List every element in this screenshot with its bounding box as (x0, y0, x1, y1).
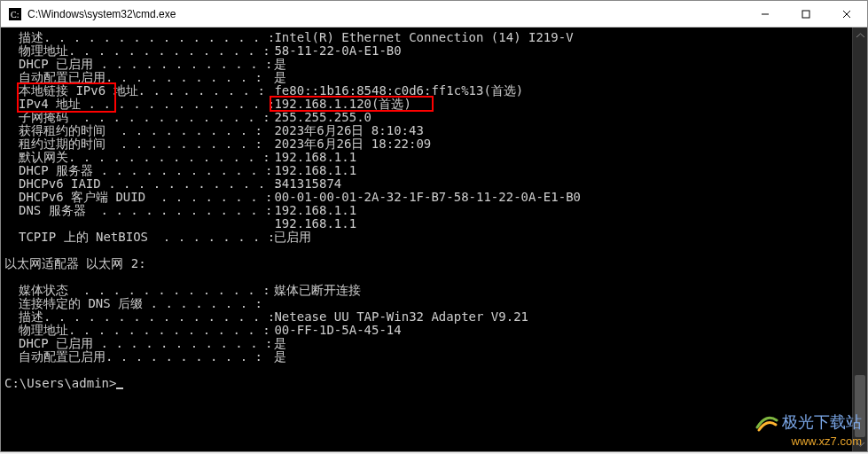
output-key: DHCPv6 客户端 DUID . . . . . . . : (1, 191, 267, 204)
cmd-window: C: C:\Windows\system32\cmd.exe 描述. . . .… (0, 0, 868, 452)
output-line: 自动配置已启用. . . . . . . . . . : 是 (1, 350, 867, 364)
output-line: 租约过期的时间 . . . . . . . . . : 2023年6月26日 1… (1, 137, 867, 151)
svg-rect-3 (802, 11, 809, 18)
output-value: 2023年6月26日 8:10:43 (267, 124, 424, 137)
output-key: 描述. . . . . . . . . . . . . . . : (1, 310, 267, 324)
cmd-icon: C: (8, 7, 22, 21)
output-line: 192.168.1.1 (1, 217, 867, 231)
watermark-url: www.xz7.com (754, 434, 862, 448)
watermark-icon (754, 410, 778, 434)
output-key: DHCPv6 IAID . . . . . . . . . . . : (1, 177, 267, 191)
output-value: 已启用 (267, 231, 311, 244)
output-value: 341315874 (267, 177, 341, 191)
output-line: DHCPv6 客户端 DUID . . . . . . . : 00-01-00… (1, 191, 867, 204)
output-key: IPv4 地址 . . . . . . . . . . . . : (1, 98, 267, 111)
watermark: 极光下载站 www.xz7.com (754, 410, 862, 448)
output-line: 获得租约的时间 . . . . . . . . . : 2023年6月26日 8… (1, 124, 867, 137)
close-button[interactable] (826, 1, 867, 27)
output-value: Netease UU TAP-Win32 Adapter V9.21 (267, 310, 528, 324)
output-line: 媒体状态 . . . . . . . . . . . . : 媒体已断开连接 (1, 284, 867, 297)
output-key: 自动配置已启用. . . . . . . . . . : (1, 71, 267, 84)
output-value: 是 (267, 337, 286, 350)
output-key: 本地链接 IPv6 地址. . . . . . . . : (1, 84, 267, 98)
output-key: 连接特定的 DNS 后缀 . . . . . . . : (1, 297, 267, 310)
scroll-down-icon[interactable] (853, 436, 867, 451)
output-line: DHCP 已启用 . . . . . . . . . . . : 是 (1, 337, 867, 350)
output-value: 是 (267, 71, 286, 84)
scroll-up-icon[interactable] (853, 27, 867, 43)
output-line: DNS 服务器 . . . . . . . . . . . : 192.168.… (1, 204, 867, 217)
blank-line (1, 244, 867, 257)
window-controls (745, 1, 867, 27)
watermark-text: 极光下载站 (782, 416, 862, 429)
titlebar[interactable]: C: C:\Windows\system32\cmd.exe (1, 1, 867, 27)
output-key: 物理地址. . . . . . . . . . . . . : (1, 44, 267, 58)
output-value: 192.168.1.1 (267, 151, 356, 164)
output-value: 192.168.1.1 (267, 164, 356, 177)
output-line: 默认网关. . . . . . . . . . . . . : 192.168.… (1, 151, 867, 164)
prompt-text: C:\Users\admin> (4, 376, 116, 390)
blank-line (1, 364, 867, 377)
output-key: 自动配置已启用. . . . . . . . . . : (1, 350, 267, 364)
output-key: 媒体状态 . . . . . . . . . . . . : (1, 284, 267, 297)
output-key: DNS 服务器 . . . . . . . . . . . : (1, 204, 267, 217)
output-line: 子网掩码 . . . . . . . . . . . . : 255.255.2… (1, 111, 867, 124)
scrollbar[interactable] (852, 27, 867, 451)
output-line: DHCPv6 IAID . . . . . . . . . . . : 3413… (1, 177, 867, 191)
output-key: DHCP 已启用 . . . . . . . . . . . : (1, 58, 267, 71)
output-value: 192.168.1.1 (267, 204, 356, 217)
output-value: 媒体已断开连接 (267, 284, 361, 297)
output-line: 物理地址. . . . . . . . . . . . . : 00-FF-1D… (1, 324, 867, 337)
minimize-button[interactable] (745, 1, 786, 27)
output-value: fe80::1b16:8548:c0d6:ff1c%13(首选) (267, 84, 523, 98)
output-key: TCPIP 上的 NetBIOS . . . . . . . : (1, 231, 267, 244)
svg-text:C:: C: (11, 10, 19, 20)
scroll-thumb[interactable] (855, 375, 865, 437)
output-value: 192.168.1.120(首选) (267, 98, 411, 111)
output-value: 255.255.255.0 (267, 111, 371, 124)
output-key: 描述. . . . . . . . . . . . . . . : (1, 31, 267, 44)
output-line: 物理地址. . . . . . . . . . . . . : 58-11-22… (1, 44, 867, 58)
output-value: 192.168.1.1 (267, 217, 356, 231)
output-line: TCPIP 上的 NetBIOS . . . . . . . : 已启用 (1, 231, 867, 244)
output-line: DHCP 已启用 . . . . . . . . . . . : 是 (1, 58, 867, 71)
output-line: 自动配置已启用. . . . . . . . . . : 是 (1, 71, 867, 84)
output-key: 子网掩码 . . . . . . . . . . . . : (1, 111, 267, 124)
output-line: 描述. . . . . . . . . . . . . . . : Intel(… (1, 31, 867, 44)
prompt-line[interactable]: C:\Users\admin> (1, 377, 867, 390)
output-value: 是 (267, 350, 286, 364)
output-key: DHCP 服务器 . . . . . . . . . . . : (1, 164, 267, 177)
output-line: 描述. . . . . . . . . . . . . . . : Neteas… (1, 310, 867, 324)
output-value: Intel(R) Ethernet Connection (14) I219-V (267, 31, 574, 44)
output-key: DHCP 已启用 . . . . . . . . . . . : (1, 337, 267, 350)
output-line: 本地链接 IPv6 地址. . . . . . . . : fe80::1b16… (1, 84, 867, 98)
output-value (267, 297, 274, 310)
blank-line (1, 270, 867, 284)
output-line: IPv4 地址 . . . . . . . . . . . . : 192.16… (1, 98, 867, 111)
output-key: 物理地址. . . . . . . . . . . . . : (1, 324, 267, 337)
output-key: 租约过期的时间 . . . . . . . . . : (1, 137, 267, 151)
output-line: 连接特定的 DNS 后缀 . . . . . . . : (1, 297, 867, 310)
output-value: 58-11-22-0A-E1-B0 (267, 44, 402, 58)
output-value: 00-FF-1D-5A-45-14 (267, 324, 402, 337)
window-title: C:\Windows\system32\cmd.exe (27, 8, 745, 20)
cursor (116, 387, 123, 389)
output-key: 默认网关. . . . . . . . . . . . . : (1, 151, 267, 164)
adapter-header: 以太网适配器 以太网 2: (1, 257, 867, 270)
output-value: 2023年6月26日 18:22:09 (267, 137, 431, 151)
terminal-output[interactable]: 描述. . . . . . . . . . . . . . . : Intel(… (1, 27, 867, 451)
output-key: 获得租约的时间 . . . . . . . . . : (1, 124, 267, 137)
output-line: DHCP 服务器 . . . . . . . . . . . : 192.168… (1, 164, 867, 177)
output-value: 00-01-00-01-2A-32-1F-B7-58-11-22-0A-E1-B… (267, 191, 581, 204)
maximize-button[interactable] (786, 1, 826, 27)
output-value: 是 (267, 58, 286, 71)
